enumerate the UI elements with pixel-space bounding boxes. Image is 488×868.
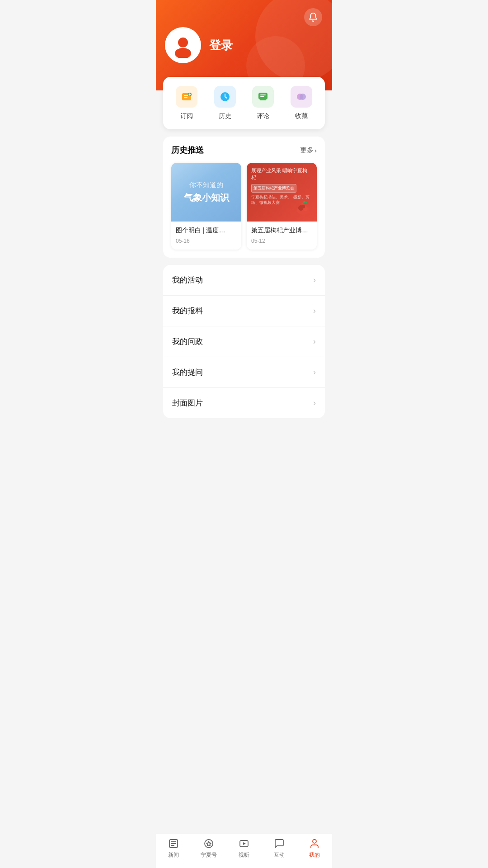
menu-item-activity[interactable]: 我的活动 › [163,265,325,296]
interact-icon [273,838,285,849]
video-icon [238,838,250,849]
mine-icon [309,838,320,849]
tab-bar: 新闻 宁夏号 视听 互动 [156,834,332,868]
tab-video[interactable]: 视听 [226,838,262,859]
card2-image: 展现产业风采 唱响宁夏枸杞 第五届枸杞产业博览会 宁夏枸杞书法、美术、 摄影、剪… [247,163,317,222]
history-cards-row: 你不知道的 气象小知识 图个明白 | 温度… 05-16 展现产业风采 唱响宁夏… [171,163,317,250]
avatar [165,27,201,63]
interact-tab-label: 互动 [274,851,285,859]
svg-point-17 [301,205,305,208]
tab-news[interactable]: 新闻 [156,838,191,859]
history-card-1[interactable]: 你不知道的 气象小知识 图个明白 | 温度… 05-16 [171,163,241,250]
card1-date: 05-16 [176,238,237,244]
card1-title: 图个明白 | 温度… [176,226,237,235]
tab-ningxia[interactable]: 宁夏号 [191,838,226,859]
menu-item-wenzhen[interactable]: 我的问政 › [163,326,325,357]
menu-item-report[interactable]: 我的报料 › [163,296,325,326]
mine-tab-label: 我的 [309,851,320,859]
history-section: 历史推送 更多 › 你不知道的 气象小知识 图个明白 | 温度… 05-16 [163,137,325,258]
svg-marker-24 [243,842,246,845]
video-tab-label: 视听 [239,851,249,859]
news-tab-label: 新闻 [168,851,179,859]
card2-top-label: 展现产业风采 唱响宁夏枸杞 [251,167,312,181]
profile-row[interactable]: 登录 [165,27,323,63]
chevron-icon-cover: › [313,398,316,408]
chevron-icon-report: › [313,306,316,316]
collect-icon [291,86,312,108]
card2-date: 05-12 [251,238,312,244]
history-icon [214,86,236,108]
card2-body: 第五届枸杞产业博… 05-12 [247,222,317,250]
svg-point-13 [300,94,306,100]
subscribe-action[interactable]: 订阅 [168,86,206,120]
subscribe-icon [176,86,197,108]
chevron-icon-activity: › [313,275,316,285]
collect-label: 收藏 [295,112,308,120]
svg-point-1 [175,48,191,58]
comment-icon [252,86,274,108]
news-icon [168,838,179,849]
section-header: 历史推送 更多 › [171,145,317,156]
quick-actions-card: 订阅 历史 评论 [163,77,325,129]
login-label[interactable]: 登录 [209,38,233,53]
more-button[interactable]: 更多 › [300,146,317,155]
menu-list: 我的活动 › 我的报料 › 我的问政 › 我的提问 › 封面图片 › [163,265,325,418]
svg-point-25 [313,840,316,843]
tab-mine[interactable]: 我的 [297,838,332,859]
comment-action[interactable]: 评论 [244,86,282,120]
chevron-icon-question: › [313,368,316,377]
card2-badge: 第五届枸杞产业博览会 [251,184,296,193]
history-card-2[interactable]: 展现产业风采 唱响宁夏枸杞 第五届枸杞产业博览会 宁夏枸杞书法、美术、 摄影、剪… [247,163,317,250]
ningxia-tab-label: 宁夏号 [201,851,217,859]
history-label: 历史 [219,112,231,120]
history-action[interactable]: 历史 [206,86,244,120]
comment-label: 评论 [257,112,269,120]
menu-item-cover[interactable]: 封面图片 › [163,388,325,418]
collect-action[interactable]: 收藏 [282,86,321,120]
card2-title: 第五届枸杞产业博… [251,226,312,235]
ningxia-icon [203,838,215,849]
svg-point-22 [205,840,213,848]
card1-body: 图个明白 | 温度… 05-16 [171,222,241,250]
menu-item-question[interactable]: 我的提问 › [163,357,325,388]
card1-image: 你不知道的 气象小知识 [171,163,241,222]
chevron-icon-wenzhen: › [313,337,316,346]
history-section-title: 历史推送 [171,145,204,156]
tab-interact[interactable]: 互动 [262,838,297,859]
notification-button[interactable] [304,8,322,26]
svg-point-0 [178,38,188,47]
subscribe-label: 订阅 [180,112,193,120]
